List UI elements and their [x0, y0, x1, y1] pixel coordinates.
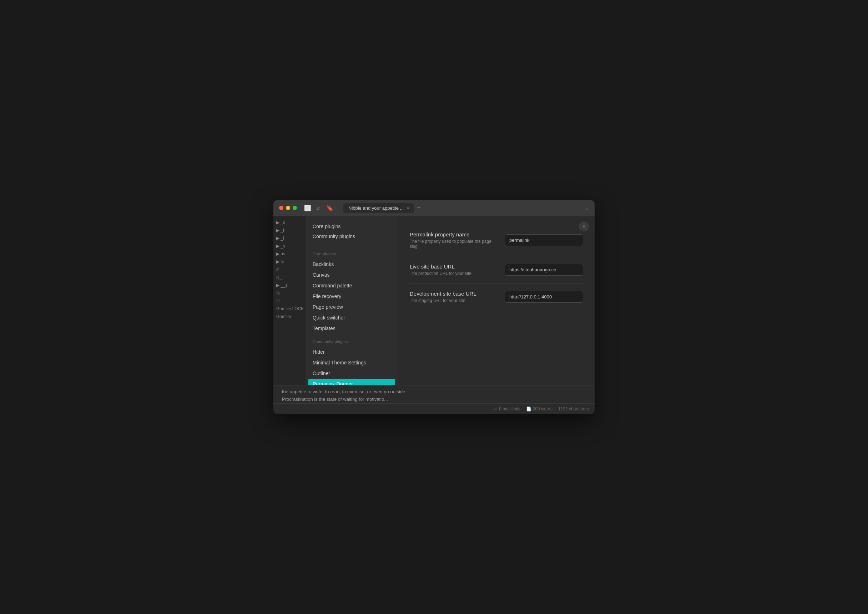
ft-item-6[interactable]: ▶ te — [274, 258, 305, 266]
close-panel-button[interactable]: × — [579, 222, 589, 231]
tab-bar: Nibble and your appetite ... × + — [343, 203, 580, 213]
folder-icon[interactable]: ⬜ — [304, 205, 311, 211]
ft-item-8[interactable]: R_ — [274, 273, 305, 281]
plugin-page-preview[interactable]: Page preview — [305, 302, 398, 312]
new-tab-button[interactable]: + — [417, 204, 421, 212]
search-icon[interactable]: ⌕ — [317, 205, 320, 211]
settings-top-nav: Core plugins Community plugins — [305, 222, 398, 246]
community-plugins-label: Community plugins — [305, 334, 398, 347]
file-tree: ▶ _c▶ _f▶ _l▶ _s▶ as▶ testR_▶ __sfefeGem… — [274, 216, 305, 385]
ft-item-13[interactable]: Gemfile — [274, 313, 305, 321]
minimize-button[interactable] — [286, 206, 290, 210]
plugin-minimal-theme[interactable]: Minimal Theme Settings — [305, 357, 398, 368]
live-url-input[interactable] — [505, 264, 583, 276]
setting-title-dev-url: Development site base URL — [410, 291, 496, 297]
titlebar-icons: ⬜ ⌕ 🔖 — [304, 205, 333, 211]
app-window: ⬜ ⌕ 🔖 Nibble and your appetite ... × + ⌄… — [274, 200, 594, 414]
dev-url-input[interactable] — [505, 291, 583, 303]
ft-item-3[interactable]: ▶ _l — [274, 234, 305, 242]
plugin-templates[interactable]: Templates — [305, 323, 398, 334]
setting-info-live-url: Live site base URL The production URL fo… — [410, 264, 496, 276]
permalink-input[interactable] — [505, 234, 583, 246]
setting-desc-live-url: The production URL for your site — [410, 271, 496, 276]
setting-row-dev-url: Development site base URL The staging UR… — [410, 284, 583, 310]
setting-info-dev-url: Development site base URL The staging UR… — [410, 291, 496, 303]
setting-title-permalink: Permalink property name — [410, 231, 496, 237]
ft-item-5[interactable]: ▶ as — [274, 250, 305, 258]
nav-community-plugins[interactable]: Community plugins — [305, 231, 398, 241]
ft-item-9[interactable]: ▶ __s — [274, 281, 305, 289]
ft-item-2[interactable]: ▶ _f — [274, 226, 305, 234]
char-count: 1192 characters — [558, 406, 589, 411]
main-content: ▶ _c▶ _f▶ _l▶ _s▶ as▶ testR_▶ __sfefeGem… — [274, 216, 594, 385]
word-count: 200 words — [533, 406, 552, 411]
char-count-status: 1192 characters — [558, 406, 589, 411]
tab-label: Nibble and your appetite ... — [348, 205, 404, 211]
tab-close-button[interactable]: × — [406, 205, 409, 210]
backlinks-count: 0 backlinks — [499, 406, 520, 411]
backlinks-status: ⤺ 0 backlinks — [494, 406, 520, 411]
core-plugins-label: Core plugins — [305, 246, 398, 259]
ft-item-12[interactable]: Gemfile LOCK — [274, 305, 305, 313]
plugin-file-recovery[interactable]: File recovery — [305, 291, 398, 302]
plugin-permalink-opener[interactable]: Permalink Opener — [308, 379, 395, 385]
word-count-status: 📄 200 words — [526, 406, 552, 411]
plugin-command-palette[interactable]: Command palette — [305, 280, 398, 291]
bookmark-icon[interactable]: 🔖 — [326, 205, 333, 211]
chevron-down-icon[interactable]: ⌄ — [585, 205, 589, 211]
text-preview-area: the appetite to write, to read, to exerc… — [274, 385, 594, 403]
preview-line1: the appetite to write, to read, to exerc… — [282, 389, 406, 394]
document-icon: 📄 — [526, 406, 532, 411]
plugin-backlinks[interactable]: Backlinks — [305, 259, 398, 270]
setting-info-permalink: Permalink property name The file propert… — [410, 231, 496, 249]
titlebar: ⬜ ⌕ 🔖 Nibble and your appetite ... × + ⌄ — [274, 200, 594, 216]
maximize-button[interactable] — [292, 206, 297, 210]
ft-item-1[interactable]: ▶ _c — [274, 219, 305, 226]
ft-item-4[interactable]: ▶ _s — [274, 242, 305, 250]
plugin-quick-switcher[interactable]: Quick switcher — [305, 312, 398, 323]
ft-item-7[interactable]: st — [274, 266, 305, 273]
bottom-bar: ⤺ 0 backlinks 📄 200 words 1192 character… — [274, 403, 594, 414]
ft-item-10[interactable]: fe — [274, 289, 305, 297]
setting-title-live-url: Live site base URL — [410, 264, 496, 270]
plugin-outliner[interactable]: Outliner — [305, 368, 398, 379]
settings-sidebar: Core plugins Community plugins Core plug… — [305, 216, 398, 385]
close-button[interactable] — [279, 206, 283, 210]
setting-desc-dev-url: The staging URL for your site — [410, 298, 496, 303]
active-tab[interactable]: Nibble and your appetite ... × — [343, 203, 414, 213]
plugin-canvas[interactable]: Canvas — [305, 270, 398, 280]
setting-desc-permalink: The file property used to populate the p… — [410, 239, 496, 249]
settings-panel: × Permalink property name The file prope… — [398, 216, 594, 385]
ft-item-11[interactable]: fe — [274, 297, 305, 305]
backlinks-icon: ⤺ — [494, 406, 498, 411]
plugin-hider[interactable]: Hider — [305, 347, 398, 357]
traffic-lights — [279, 206, 297, 210]
setting-row-live-url: Live site base URL The production URL fo… — [410, 256, 583, 284]
preview-line2: Procrastination is the state of waiting … — [282, 397, 388, 402]
setting-row-permalink: Permalink property name The file propert… — [410, 224, 583, 256]
nav-core-plugins[interactable]: Core plugins — [305, 222, 398, 231]
